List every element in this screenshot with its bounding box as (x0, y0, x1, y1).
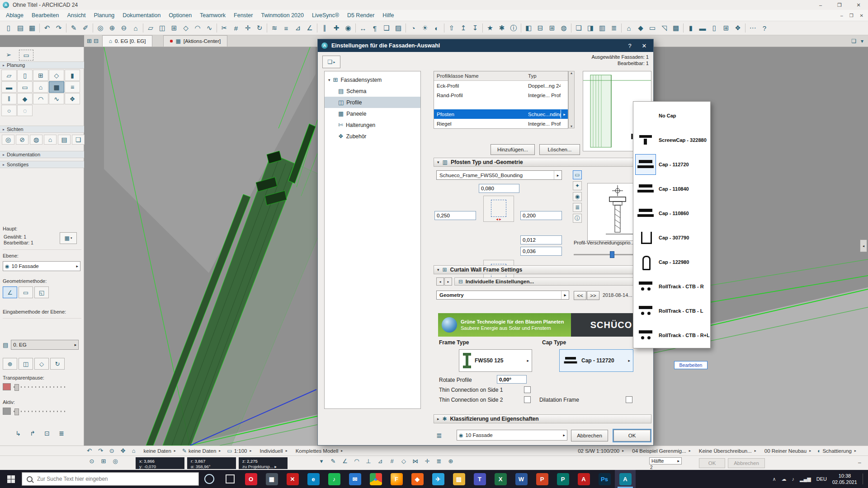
doc-minimize-icon[interactable]: – (840, 13, 843, 18)
section-pfosten-header[interactable]: ▾ ▥ Pfosten Typ und -Geometrie (434, 158, 651, 167)
dilatation-frame-checkbox[interactable] (626, 396, 632, 403)
excel-icon[interactable]: X (490, 470, 511, 488)
section-klassifizierung-header[interactable]: ▸ ✱ Klassifizierung und Eigenschaften (434, 414, 651, 423)
detail-icon[interactable]: ❏ (72, 135, 85, 145)
mesh-icon[interactable]: ▩ (670, 22, 682, 34)
clock[interactable]: 10:38 02.05.2021 (832, 473, 857, 485)
pan-icon[interactable]: ✥ (121, 447, 126, 454)
list-icon[interactable]: ≣ (56, 428, 67, 438)
ansicht-icon[interactable]: ◍ (30, 135, 42, 145)
onedrive-icon[interactable]: ☁ (781, 476, 786, 482)
arc-icon[interactable]: ◠ (192, 22, 203, 34)
start-button[interactable] (0, 470, 22, 488)
depth-right-field[interactable] (520, 211, 562, 220)
column-icon[interactable]: ▮ (685, 22, 697, 34)
measure-icon[interactable]: ⊿ (292, 22, 304, 34)
tool-gelaender[interactable]: ‖ (1, 93, 17, 104)
menu-item-8[interactable]: Twinmotion 2020 (257, 10, 308, 21)
redo-icon[interactable]: ↷ (53, 22, 65, 34)
forward-icon[interactable]: ↷ (98, 447, 103, 454)
innenansicht-icon[interactable]: ⌂ (44, 135, 57, 145)
section-sichten[interactable]: ▸ Sichten (0, 126, 84, 133)
element-settings-button[interactable]: ▦▾ (60, 232, 77, 244)
target-icon[interactable]: ◎ (110, 458, 120, 465)
section-sonstiges[interactable]: ▸ Sonstiges (0, 161, 84, 168)
dock-left-icon[interactable]: ↳ (13, 428, 24, 438)
settings-icon[interactable]: ✱ (496, 22, 508, 34)
tab-options-icon[interactable]: ❏ (851, 38, 856, 44)
menu-item-4[interactable]: Dokumentation (118, 10, 165, 21)
chrome-icon[interactable]: ● (365, 470, 386, 488)
dimension-icon[interactable]: ↔ (357, 22, 369, 34)
render-icon[interactable]: ◐ (431, 22, 443, 34)
story-dropdown[interactable]: 0. EG ▸ (11, 340, 79, 350)
snap-guides-icon[interactable]: ✚ (330, 22, 342, 34)
pane-splitter-handle[interactable]: ◂ (860, 239, 867, 252)
flame-icon[interactable]: ◆ (407, 470, 428, 488)
wall-mode-icon[interactable]: ▱ (145, 22, 156, 34)
nav-forward-button[interactable]: >> (587, 291, 599, 300)
sun-icon[interactable]: ☀ (419, 22, 431, 34)
schedule-icon[interactable]: ▥ (596, 22, 608, 34)
info-icon[interactable]: ⓘ (573, 214, 582, 223)
tool-wand[interactable]: ▱ (1, 70, 17, 81)
trace-reference-icon[interactable] (3, 383, 11, 390)
undo-icon[interactable]: ↶ (41, 22, 53, 34)
bar-handle-icon[interactable]: – (858, 460, 861, 466)
options-icon[interactable]: ⋯ (747, 22, 759, 34)
arrow-tool[interactable]: ➢ (2, 50, 15, 60)
notification-center-button[interactable] (863, 474, 864, 484)
zoom-icon[interactable]: ⊙ (87, 458, 97, 465)
menu-item-9[interactable]: LiveSync® (308, 10, 343, 21)
zone-icon[interactable]: ⌂ (623, 22, 635, 34)
geom-polyline-icon[interactable]: ∠ (3, 286, 17, 298)
3d-view-icon[interactable]: ◧ (523, 22, 534, 34)
vm-icon[interactable]: ▦ (261, 470, 282, 488)
offset-b-field[interactable] (520, 247, 562, 256)
active-layer-icon[interactable] (3, 408, 11, 415)
layer-settings-icon[interactable]: ≣ (436, 432, 442, 440)
teams-icon[interactable]: T (469, 470, 490, 488)
tab-menu-icon[interactable]: ▾ (861, 38, 863, 44)
frame-type-selector[interactable]: FWS50 125 ▸ (459, 349, 532, 372)
tool-fenster[interactable]: ⊞ (33, 70, 48, 81)
section-icon[interactable]: ⊟ (534, 22, 546, 34)
haelfte-dropdown[interactable]: Hälfte ▸ (649, 457, 682, 465)
status-item-left-0[interactable]: keine Daten (142, 448, 175, 454)
oplus-icon[interactable]: ⊕ (446, 458, 456, 465)
fit-view-icon[interactable]: ⌂ (130, 22, 142, 34)
width-field[interactable] (479, 184, 519, 193)
hinzufuegen-button[interactable]: Hinzufügen... (491, 144, 535, 155)
perpendicular-icon[interactable]: ⊥ (363, 458, 373, 465)
list-icon[interactable]: ≣ (434, 458, 444, 465)
word-icon[interactable]: W (511, 470, 532, 488)
grid-icon[interactable]: ⊞ (99, 458, 108, 465)
profile-family-dropdown[interactable]: Schueco_Frame_FWS50_Bounding ▸ (436, 170, 562, 180)
status-item-right-4[interactable]: ◐ Schattierung (817, 448, 856, 454)
find-select-icon[interactable]: ◎ (94, 22, 106, 34)
firefox-icon[interactable]: F (386, 470, 407, 488)
bowtie-icon[interactable]: ⋈ (410, 458, 420, 465)
pickup-parameters-icon[interactable]: ✎ (68, 22, 80, 34)
text-icon[interactable]: ¶ (369, 22, 381, 34)
geometry-dropdown[interactable]: Geometry ▸ (436, 291, 569, 300)
back-icon[interactable]: ↶ (87, 447, 92, 454)
loeschen-button[interactable]: Löschen... (539, 144, 580, 155)
tab-list-icon[interactable]: ⊟ (94, 38, 99, 44)
layout-book-icon[interactable]: ❏ (573, 22, 585, 34)
dialog-layer-dropdown[interactable]: ◉ 10 Fassade ▸ (457, 430, 567, 441)
arc-icon[interactable]: ◠ (352, 458, 362, 465)
organizer-icon[interactable]: ◨ (585, 22, 596, 34)
tree-item-fassadensystem[interactable]: ▾ ⊞ Fassadensystem (325, 74, 420, 85)
teamwork-receive-icon[interactable]: ↧ (469, 22, 481, 34)
tool-oberlicht[interactable]: ◇ (49, 70, 64, 81)
tree-item-4[interactable]: ❖ Zubehör (325, 131, 420, 142)
dialog-title-bar[interactable]: A Einstellungen für die Fassaden-Auswahl… (318, 39, 653, 52)
section-planung[interactable]: ▸ Planung (0, 61, 84, 69)
mail-icon[interactable]: ✉ (344, 470, 365, 488)
tool-unterzug[interactable]: ▬ (1, 81, 17, 93)
section-dokumentation[interactable]: ▸ Dokumentation (0, 151, 84, 158)
tool-lampe[interactable]: ○ (1, 105, 17, 116)
table-row-4[interactable]: Riegel Integrie... Profil ▸ (434, 119, 568, 128)
abbrechen-button[interactable]: Abbrechen (571, 430, 608, 441)
